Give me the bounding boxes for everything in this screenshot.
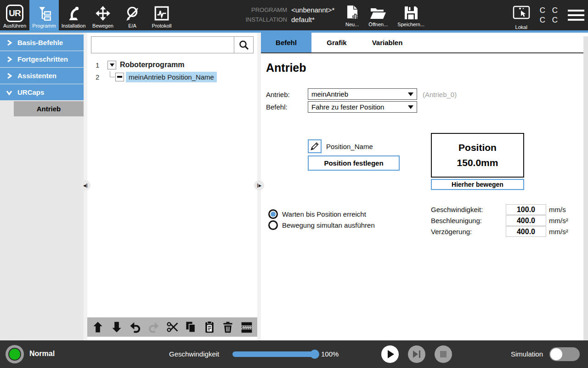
suppress-button[interactable]	[239, 319, 254, 335]
befehl-select[interactable]: Fahre zu fester Position	[308, 101, 417, 113]
open-file-label: Öffnen...	[368, 22, 388, 27]
collapse-left-handle[interactable]: ◀‖	[80, 180, 90, 190]
speed-slider-label: Geschwindigkeit	[169, 350, 219, 358]
tree-row-roboterprogramm[interactable]: 1 Roboterprogramm	[96, 59, 257, 71]
cut-button[interactable]	[164, 319, 180, 335]
nav-tab-installation[interactable]: Installation	[59, 0, 88, 30]
verzoegerung-input[interactable]: 400.0	[506, 226, 546, 237]
sidebar-item-antrieb[interactable]: Antrieb	[14, 101, 84, 116]
move-down-icon	[110, 321, 123, 334]
status-green-icon	[8, 348, 21, 361]
nav-tab-ea[interactable]: E/A	[118, 0, 147, 30]
position-festlegen-button[interactable]: Position festlegen	[308, 155, 400, 171]
dropdown-caret-icon	[408, 92, 413, 96]
nav-tab-protokoll[interactable]: Protokoll	[147, 0, 176, 30]
local-mode-button[interactable]: Lokal	[510, 5, 533, 30]
undo-button[interactable]	[127, 319, 143, 335]
move-arrows-icon	[95, 4, 111, 23]
geschwindigkeit-label: Geschwindigkeit:	[431, 206, 483, 213]
hierher-bewegen-button[interactable]: Hierher bewegen	[431, 179, 524, 190]
radio-unselected-icon[interactable]	[268, 220, 278, 230]
right-splitter[interactable]: ‖▶	[257, 33, 261, 340]
nav-label: Programm	[32, 23, 56, 29]
new-file-button[interactable]: Neu...	[345, 3, 359, 27]
antrieb-id-hint: (Antrieb_0)	[423, 91, 457, 98]
new-file-icon	[346, 3, 359, 20]
tab-bar: Befehl Grafik Variablen	[261, 33, 583, 53]
search-button[interactable]	[234, 37, 253, 53]
local-mode-icon	[510, 5, 533, 24]
redo-button[interactable]	[146, 319, 162, 335]
nav-tab-programm[interactable]: Programm	[29, 0, 59, 30]
dropdown-caret-icon	[408, 105, 413, 109]
save-file-button[interactable]: Speichern...	[397, 3, 424, 27]
speed-slider-knob[interactable]	[310, 350, 319, 359]
radio-selected-icon[interactable]	[268, 209, 278, 219]
chevron-right-icon	[6, 56, 12, 63]
sidebar-group-assistenten[interactable]: Assistenten	[0, 68, 84, 84]
nav-tab-bewegen[interactable]: Bewegen	[88, 0, 118, 30]
antrieb-select-value: meinAntrieb	[311, 90, 348, 98]
hamburger-menu-button[interactable]	[567, 8, 585, 23]
nav-label: Bewegen	[92, 23, 113, 29]
geschwindigkeit-input[interactable]: 100.0	[506, 204, 546, 215]
program-name: <unbenannt>*	[291, 5, 334, 15]
command-main-panel: Befehl Grafik Variablen Antrieb Antrieb:…	[261, 33, 588, 340]
delete-button[interactable]	[220, 319, 236, 335]
sidebar-group-fortgeschritten[interactable]: Fortgeschritten	[0, 51, 84, 67]
befehl-field-label: Befehl:	[266, 103, 288, 111]
antrieb-select[interactable]: meinAntrieb	[308, 88, 417, 100]
io-circle-arrow-icon	[124, 4, 140, 23]
tab-variablen[interactable]: Variablen	[362, 33, 413, 52]
cc-indicator[interactable]: C C C C	[540, 6, 560, 25]
radio-bewegung-simultan[interactable]: Bewegung simultan ausführen	[268, 220, 375, 230]
speed-slider[interactable]	[232, 351, 318, 357]
installation-name: default*	[291, 15, 315, 24]
tree-node-label: Roboterprogramm	[120, 61, 184, 69]
sidebar-group-basis-befehle[interactable]: Basis-Befehle	[0, 34, 84, 51]
move-up-button[interactable]	[90, 319, 106, 335]
nav-tab-ausfuehren[interactable]: UR Ausführen	[0, 0, 29, 30]
beschleunigung-input[interactable]: 400.0	[506, 215, 546, 226]
ur-logo-icon: UR	[6, 4, 23, 23]
paste-button[interactable]	[202, 319, 217, 335]
robot-status-label: Normal	[29, 350, 55, 358]
local-mode-label: Lokal	[515, 24, 527, 30]
collapse-right-handle[interactable]: ‖▶	[254, 180, 264, 190]
sidebar-item-label: Antrieb	[37, 105, 61, 113]
rename-position-checkbox[interactable]	[308, 139, 322, 153]
radio-warten-bis-position[interactable]: Warten bis Position erreicht	[268, 209, 366, 219]
tab-grafik[interactable]: Grafik	[311, 33, 362, 52]
bottom-bar: Normal Geschwindigkeit 100% Simulation	[0, 340, 588, 368]
robot-status-light[interactable]	[6, 345, 24, 363]
pencil-icon	[310, 142, 319, 151]
copy-button[interactable]	[183, 319, 198, 335]
sidebar-group-urcaps[interactable]: URCaps	[0, 84, 84, 100]
move-down-button[interactable]	[109, 319, 124, 335]
tab-befehl[interactable]: Befehl	[261, 33, 311, 52]
collapse-node-button[interactable]	[107, 61, 116, 69]
new-file-label: Neu...	[345, 22, 359, 27]
left-splitter[interactable]: ◀‖	[84, 33, 87, 340]
tree-search-input[interactable]	[91, 37, 234, 53]
simulation-toggle[interactable]	[549, 347, 580, 361]
header-right-controls: Lokal C C C C	[510, 0, 585, 30]
open-folder-icon	[370, 3, 386, 20]
trash-icon	[221, 321, 234, 334]
play-button[interactable]	[381, 345, 399, 363]
program-label: PROGRAMM	[238, 5, 287, 15]
chevron-down-icon	[6, 89, 12, 96]
top-bar: UR Ausführen Programm Installation Bewe	[0, 0, 588, 30]
tree-elbow-connector	[110, 71, 115, 77]
open-file-button[interactable]: Öffnen...	[368, 3, 388, 27]
play-icon	[388, 350, 394, 358]
program-tree-panel: 1 Roboterprogramm 2 meinAntrieb Position…	[87, 33, 257, 340]
sidebar-group-label: Assistenten	[17, 72, 57, 80]
installation-label: INSTALLATION	[238, 15, 287, 24]
main-scrollbar[interactable]	[583, 36, 588, 340]
sidebar-group-label: Fortgeschritten	[17, 55, 68, 63]
tree-row-meinantrieb[interactable]: 2 meinAntrieb Position_Name	[96, 71, 257, 83]
step-button[interactable]	[408, 345, 425, 363]
minus-icon	[117, 76, 122, 78]
stop-button[interactable]	[435, 345, 452, 363]
